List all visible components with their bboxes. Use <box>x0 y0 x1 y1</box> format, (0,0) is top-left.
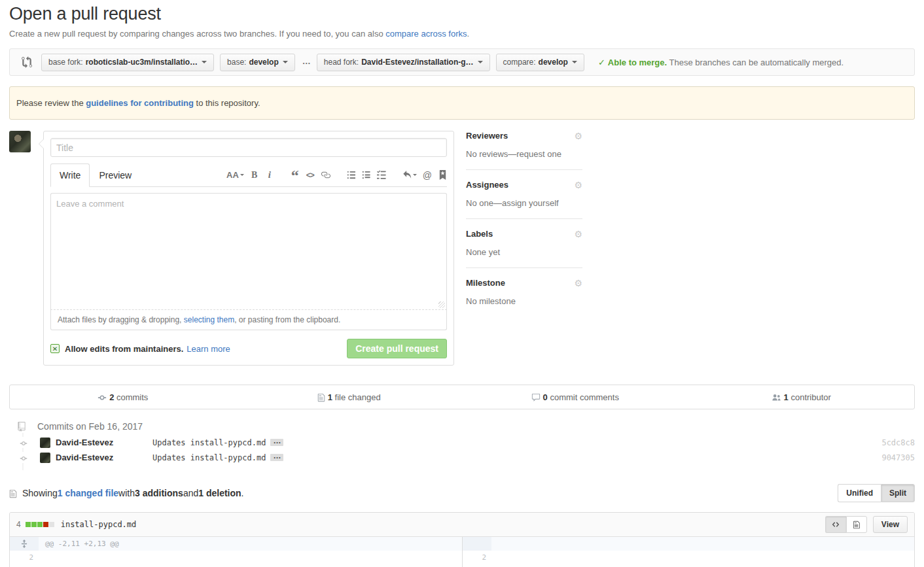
people-icon <box>772 392 781 402</box>
base-fork-select[interactable]: base fork:roboticslab-uc3m/installatio… <box>41 54 214 71</box>
code-icon[interactable]: <> <box>306 171 315 180</box>
stat-commit-comments[interactable]: 0 commit comments <box>462 392 688 402</box>
hunk-header: @@ -2,11 +2,13 @@ <box>39 537 462 551</box>
sidebar-section-milestone: Milestone⚙ No milestone <box>466 278 582 317</box>
numbered-list-icon[interactable] <box>362 170 371 180</box>
learn-more-link[interactable]: Learn more <box>187 344 230 354</box>
merge-status-detail: These branches can be automatically merg… <box>667 58 844 67</box>
markdown-toolbar: AA B i “ <> <box>210 169 447 186</box>
comment-textarea[interactable] <box>50 193 447 310</box>
comment-icon <box>531 392 541 402</box>
subtitle-text: Create a new pull request by comparing c… <box>9 29 385 39</box>
repo-icon <box>15 420 28 433</box>
view-file-button[interactable]: View <box>873 516 908 533</box>
chevron-down-icon <box>202 61 207 63</box>
unified-view-button[interactable]: Unified <box>838 484 881 502</box>
task-list-icon[interactable] <box>377 170 386 180</box>
commits-group-header: Commits on Feb 16, 2017 <box>9 418 915 435</box>
compare-across-forks-link[interactable]: compare across forks <box>385 29 467 39</box>
pr-title-input[interactable] <box>50 138 447 157</box>
file-icon <box>9 488 17 498</box>
unfold-icon[interactable] <box>10 537 39 551</box>
bullet-list-icon[interactable] <box>347 170 356 180</box>
file-diff-card: 4 install-pypcd.md View @@ -2,11 +2,13 @… <box>9 512 915 567</box>
editor-tab-bar: Write Preview AA B i “ <> <box>50 163 447 187</box>
bold-icon[interactable]: B <box>250 170 259 180</box>
line-content <box>39 551 462 565</box>
commit-hash[interactable]: 5cdc8c8 <box>881 438 915 447</box>
allow-edits-label: Allow edits from maintainers. <box>65 344 183 354</box>
split-diff: @@ -2,11 +2,13 @@ 2 3 Pure Python module… <box>10 537 914 567</box>
banner-text: Please review the <box>16 98 86 108</box>
split-view-button[interactable]: Split <box>881 484 915 502</box>
diff-pane-old: @@ -2,11 +2,13 @@ 2 3 Pure Python module… <box>10 537 462 567</box>
stat-commits[interactable]: 2 commits <box>10 392 236 402</box>
git-compare-icon <box>22 56 32 68</box>
line-number[interactable]: 2 <box>463 551 491 565</box>
diff-line: 2 <box>10 551 462 565</box>
base-branch-select[interactable]: base:develop <box>220 54 295 71</box>
editor-footer: ✕ Allow edits from maintainers. Learn mo… <box>50 339 447 358</box>
commit-more-button[interactable]: … <box>270 454 283 461</box>
saved-reply-icon[interactable] <box>402 171 417 180</box>
commit-author[interactable]: David-Estevez <box>56 453 152 462</box>
line-number[interactable]: 2 <box>10 551 39 565</box>
commit-row: David-Estevez Updates install-pypcd.md …… <box>9 450 915 465</box>
gear-icon[interactable]: ⚙ <box>574 230 582 239</box>
commit-message[interactable]: Updates install-pypcd.md <box>152 438 266 447</box>
deletions-count: 1 deletion <box>198 488 241 498</box>
gear-icon[interactable]: ⚙ <box>574 180 582 190</box>
link-icon[interactable] <box>321 170 330 180</box>
attach-text-post: , or pasting from the clipboard. <box>234 315 340 324</box>
stat-contributors[interactable]: 1 contributor <box>688 392 915 402</box>
diff-summary-text: Showing 1 changed file with 3 additions … <box>9 488 243 498</box>
subtitle-period: . <box>467 29 469 39</box>
compare-branch-select[interactable]: compare:develop <box>496 54 584 71</box>
changed-file-link[interactable]: 1 changed file <box>58 488 118 498</box>
commit-hash[interactable]: 9047305 <box>881 453 915 462</box>
source-view-button[interactable] <box>825 516 846 533</box>
allow-edits-checkbox[interactable]: ✕ <box>50 344 60 353</box>
stat-count: 1 <box>784 392 789 402</box>
commit-message[interactable]: Updates install-pypcd.md <box>152 453 266 462</box>
gear-icon[interactable]: ⚙ <box>574 279 582 288</box>
assignees-body: No one—assign yourself <box>466 198 582 208</box>
selecting-them-link[interactable]: selecting them <box>184 315 234 324</box>
base-fork-value: roboticslab-uc3m/installatio… <box>86 58 198 67</box>
line-content <box>491 551 914 565</box>
avatar[interactable] <box>40 453 50 463</box>
showing-label: Showing <box>22 488 58 498</box>
branch-selector-bar: base fork:roboticslab-uc3m/installatio… … <box>9 48 915 76</box>
text-size-icon[interactable]: AA <box>226 170 244 180</box>
merge-status: ✓Able to merge. These branches can be au… <box>598 58 844 67</box>
rich-diff-button[interactable] <box>846 516 867 533</box>
tab-write[interactable]: Write <box>50 163 90 187</box>
pr-stats-bar: 2 commits 1 file changed 0 commit commen… <box>9 385 915 409</box>
diff-view-toggle: Unified Split <box>838 484 915 502</box>
create-pull-request-button[interactable]: Create pull request <box>347 339 447 358</box>
commit-author[interactable]: David-Estevez <box>56 438 152 447</box>
base-fork-label: base fork: <box>48 58 83 67</box>
stat-label: file changed <box>332 392 381 402</box>
gear-icon[interactable]: ⚙ <box>574 131 582 141</box>
mention-icon[interactable]: @ <box>423 170 432 180</box>
file-diff-icon <box>317 392 325 402</box>
file-name[interactable]: install-pypcd.md <box>61 520 137 529</box>
head-fork-select[interactable]: head fork:David-Estevez/installation-g… <box>317 54 490 71</box>
resize-handle[interactable] <box>438 301 445 308</box>
new-pr-discussion: Write Preview AA B i “ <> <box>9 131 915 366</box>
stat-files-changed[interactable]: 1 file changed <box>236 392 463 402</box>
allow-edits-row: ✕ Allow edits from maintainers. Learn mo… <box>50 344 230 354</box>
avatar[interactable] <box>40 438 50 448</box>
base-label: base: <box>227 58 246 67</box>
commit-more-button[interactable]: … <box>270 439 283 446</box>
range-separator: … <box>302 56 311 66</box>
reference-bookmark-icon[interactable] <box>438 170 447 180</box>
italic-icon[interactable]: i <box>265 169 274 180</box>
tab-preview[interactable]: Preview <box>90 163 141 187</box>
sidebar-section-assignees: Assignees⚙ No one—assign yourself <box>466 180 582 219</box>
guidelines-link[interactable]: guidelines for contributing <box>86 98 194 108</box>
milestone-title: Milestone <box>466 278 505 288</box>
quote-icon[interactable]: “ <box>291 171 300 179</box>
git-commit-icon <box>17 452 30 463</box>
